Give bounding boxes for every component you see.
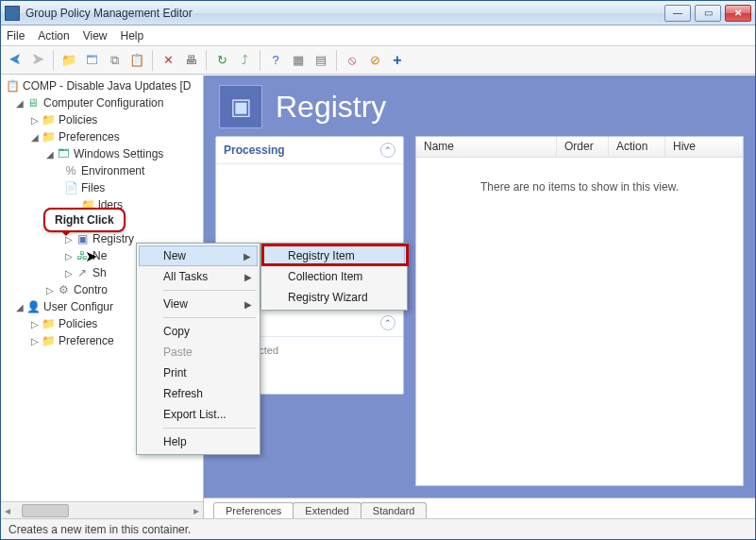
context-submenu-new: Registry Item Collection Item Registry W… [260,243,408,311]
col-action[interactable]: Action [609,137,665,157]
processing-card-title: Processing [224,143,285,157]
toolbar: ⮜ ⮞ 📁 🗔 ⧉ 📋 ✕ 🖶 ↻ ⤴ ? ▦ ▤ ⦸ ⊘ + [1,46,755,75]
show-window-icon[interactable]: 🗔 [81,50,102,71]
ctx-all-tasks[interactable]: All Tasks▶ [139,266,258,287]
annotation-callout: Right Click [43,208,126,232]
pane-header: ▣ Registry [204,76,755,136]
col-order[interactable]: Order [557,137,609,157]
grid-icon[interactable]: ▦ [288,50,309,71]
tree-root[interactable]: 📋COMP - Disable Java Updates [D [1,77,203,94]
list-header: Name Order Action Hive [416,137,743,158]
delete-icon[interactable]: ✕ [158,50,178,71]
tree-preferences[interactable]: ◢📁Preferences [1,128,203,145]
tree-horizontal-scrollbar[interactable]: ◂ ▸ [1,501,203,518]
ctx-registry-item[interactable]: Registry Item [263,245,405,266]
ctx-view[interactable]: View▶ [139,294,258,314]
help-icon[interactable]: ? [265,50,286,71]
tree-policies[interactable]: ▷📁Policies [1,111,203,128]
list-icon[interactable]: ▤ [311,50,331,71]
tabs: Preferences Extended Standard [204,498,755,518]
ctx-new[interactable]: New▶ [139,245,258,266]
back-button[interactable]: ⮜ [5,50,25,71]
menubar: File Action View Help [1,25,755,46]
tab-preferences[interactable]: Preferences [213,502,294,518]
list-empty-message: There are no items to show in this view. [416,158,743,485]
tab-extended[interactable]: Extended [293,502,361,518]
col-name[interactable]: Name [416,137,557,157]
window-title: Group Policy Management Editor [25,7,193,20]
refresh-icon[interactable]: ↻ [211,50,232,71]
stop-icon[interactable]: ⦸ [342,50,362,71]
paste-icon[interactable]: 📋 [126,50,147,71]
ctx-copy[interactable]: Copy [139,321,258,342]
ctx-paste[interactable]: Paste [139,342,258,363]
col-hive[interactable]: Hive [665,137,743,157]
forward-button[interactable]: ⮞ [27,50,48,71]
context-menu: New▶ All Tasks▶ View▶ Copy Paste Print R… [136,243,260,455]
ctx-print[interactable]: Print [139,363,258,383]
status-text: Creates a new item in this container. [8,523,191,536]
tree-computer-config[interactable]: ◢🖥Computer Configuration [1,94,203,111]
tree-files[interactable]: 📄Files [1,179,203,196]
menu-file[interactable]: File [7,29,25,42]
export-icon[interactable]: ⤴ [234,50,255,71]
close-button[interactable]: ✕ [725,5,751,22]
statusbar: Creates a new item in this container. [1,518,755,539]
new-folder-icon[interactable]: 📁 [59,50,79,71]
print-icon[interactable]: 🖶 [180,50,201,71]
collapse-icon[interactable]: ⌃ [380,143,395,158]
ctx-refresh[interactable]: Refresh [139,383,258,404]
titlebar: Group Policy Management Editor — ▭ ✕ [1,1,755,25]
registry-icon: ▣ [219,85,262,128]
pane-title: Registry [276,90,386,125]
ctx-help[interactable]: Help [139,431,258,452]
ctx-registry-wizard[interactable]: Registry Wizard [263,287,405,308]
menu-view[interactable]: View [83,29,108,42]
ctx-export-list[interactable]: Export List... [139,404,258,425]
tree-environment[interactable]: %Environment [1,162,203,179]
tree-windows-settings[interactable]: ◢🗔Windows Settings [1,145,203,162]
app-icon [5,6,20,21]
copy-icon[interactable]: ⧉ [104,50,125,71]
maximize-button[interactable]: ▭ [695,5,721,22]
disable-icon[interactable]: ⊘ [364,50,385,71]
minimize-button[interactable]: — [664,5,691,22]
menu-action[interactable]: Action [38,29,69,42]
tab-standard[interactable]: Standard [361,502,428,518]
collapse-icon[interactable]: ⌃ [380,315,395,330]
menu-help[interactable]: Help [121,29,144,42]
add-icon[interactable]: + [387,50,408,71]
scroll-thumb[interactable] [22,504,69,517]
items-list: Name Order Action Hive There are no item… [415,136,744,486]
ctx-collection-item[interactable]: Collection Item [263,266,405,287]
